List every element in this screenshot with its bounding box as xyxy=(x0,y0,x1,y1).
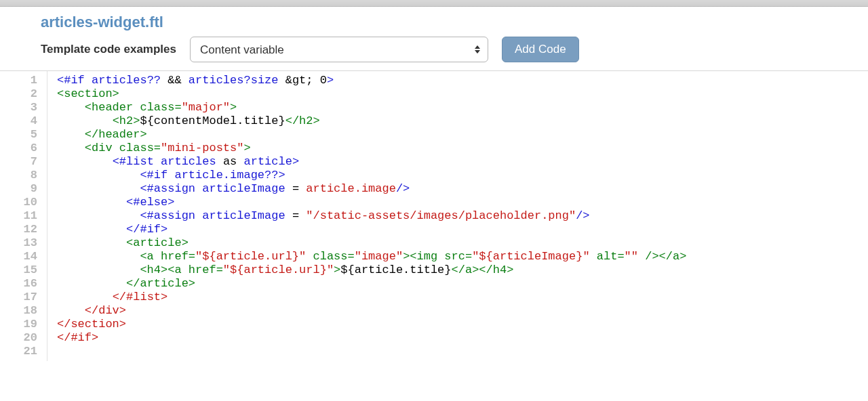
code-line: </#if> xyxy=(57,223,686,236)
code-line: </#list> xyxy=(57,291,686,304)
line-number: 6 xyxy=(0,142,37,155)
code-area[interactable]: <#if articles?? && articles?size &gt; 0>… xyxy=(47,71,686,361)
code-line: <h4><a href="${article.url}">${article.t… xyxy=(57,263,686,277)
code-line: <#assign articleImage = "/static-assets/… xyxy=(57,209,686,223)
line-number: 5 xyxy=(0,128,37,142)
code-line: <section> xyxy=(57,87,686,101)
code-line: </header> xyxy=(57,128,686,142)
line-number: 13 xyxy=(0,236,37,250)
controls-row: Template code examples Content variable … xyxy=(41,37,827,62)
line-number: 3 xyxy=(0,101,37,114)
code-line: </#if> xyxy=(57,331,686,345)
code-line: <h2>${contentModel.title}</h2> xyxy=(57,114,686,128)
add-code-button[interactable]: Add Code xyxy=(502,37,579,62)
line-number: 21 xyxy=(0,345,37,358)
template-label: Template code examples xyxy=(41,43,176,56)
line-number: 10 xyxy=(0,196,37,209)
code-line: </section> xyxy=(57,318,686,331)
header-area: articles-widget.ftl Template code exampl… xyxy=(0,7,868,71)
code-line: <#else> xyxy=(57,196,686,209)
filename-title: articles-widget.ftl xyxy=(41,14,827,31)
code-line xyxy=(57,345,686,358)
template-select[interactable]: Content variable xyxy=(190,37,488,62)
line-number: 20 xyxy=(0,331,37,345)
line-number: 12 xyxy=(0,223,37,236)
line-number: 8 xyxy=(0,169,37,182)
template-select-wrap: Content variable xyxy=(190,37,488,62)
code-line: <div class="mini-posts"> xyxy=(57,142,686,155)
line-number: 11 xyxy=(0,209,37,223)
line-number: 14 xyxy=(0,250,37,263)
code-editor: 123456789101112131415161718192021 <#if a… xyxy=(0,71,868,361)
code-line: <a href="${article.url}" class="image"><… xyxy=(57,250,686,263)
code-line: <#assign articleImage = article.image/> xyxy=(57,182,686,196)
line-number: 4 xyxy=(0,114,37,128)
code-line: <#if article.image??> xyxy=(57,169,686,182)
line-number-gutter: 123456789101112131415161718192021 xyxy=(0,71,47,361)
line-number: 18 xyxy=(0,304,37,318)
code-line: <#if articles?? && articles?size &gt; 0> xyxy=(57,74,686,87)
code-line: <#list articles as article> xyxy=(57,155,686,169)
window-topbar xyxy=(0,0,868,7)
line-number: 19 xyxy=(0,318,37,331)
line-number: 16 xyxy=(0,277,37,291)
line-number: 9 xyxy=(0,182,37,196)
line-number: 1 xyxy=(0,74,37,87)
code-line: <header class="major"> xyxy=(57,101,686,114)
line-number: 15 xyxy=(0,263,37,277)
line-number: 2 xyxy=(0,87,37,101)
line-number: 17 xyxy=(0,291,37,304)
code-line: </div> xyxy=(57,304,686,318)
code-line: </article> xyxy=(57,277,686,291)
line-number: 7 xyxy=(0,155,37,169)
code-line: <article> xyxy=(57,236,686,250)
